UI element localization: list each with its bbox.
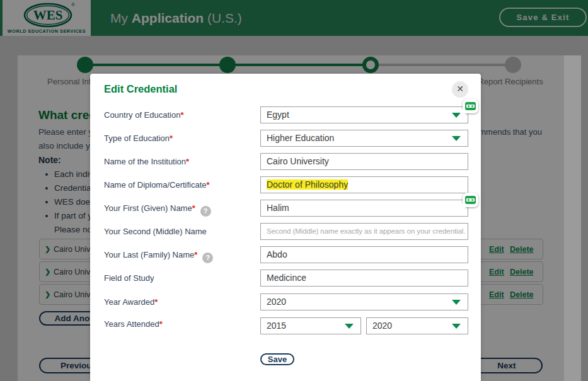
label-first-name: Your First (Given) Name*? bbox=[104, 203, 211, 217]
roboform-face bbox=[465, 102, 476, 110]
year-awarded-select[interactable]: 2020 bbox=[260, 293, 468, 310]
label-field-of-study: Field of Study bbox=[104, 273, 154, 283]
edit-credential-modal: Edit Credential ✕ Country of Education* … bbox=[90, 74, 481, 381]
label-middle-name: Your Second (Middle) Name bbox=[104, 227, 207, 236]
label-years-attended: Years Attended* bbox=[104, 319, 163, 329]
middle-name-input[interactable]: Second (Middle) name exactly as it appea… bbox=[260, 223, 468, 240]
roboform-face bbox=[465, 196, 476, 204]
screen: My Application (U.S.) Save & Exit WES ® … bbox=[0, 0, 588, 381]
window-edge bbox=[581, 36, 588, 381]
first-name-input[interactable]: Halim bbox=[260, 200, 468, 217]
close-icon[interactable]: ✕ bbox=[452, 81, 468, 98]
country-select[interactable]: Egypt bbox=[260, 106, 468, 123]
label-institution: Name of the Institution* bbox=[104, 157, 189, 166]
diploma-input[interactable]: Doctor of Philosophy bbox=[260, 176, 468, 193]
chevron-down-icon bbox=[452, 300, 461, 305]
roboform-autofill-icon[interactable] bbox=[463, 193, 478, 207]
label-diploma: Name of Diploma/Certificate* bbox=[104, 180, 210, 190]
help-icon[interactable]: ? bbox=[202, 253, 213, 263]
help-icon[interactable]: ? bbox=[200, 206, 211, 217]
roboform-autofill-icon[interactable] bbox=[463, 99, 478, 113]
label-last-name: Your Last (Family) Name*? bbox=[104, 250, 213, 263]
last-name-input[interactable]: Abdo bbox=[260, 246, 468, 263]
years-from-select[interactable]: 2015 bbox=[260, 317, 361, 334]
chevron-down-icon bbox=[345, 324, 354, 329]
label-type: Type of Education* bbox=[104, 134, 173, 143]
chevron-down-icon bbox=[452, 324, 461, 329]
scrollbar-track[interactable] bbox=[564, 55, 581, 381]
chevron-down-icon bbox=[452, 136, 461, 141]
institution-input[interactable]: Cairo University bbox=[260, 153, 468, 170]
chevron-down-icon bbox=[452, 113, 461, 118]
modal-title: Edit Credential bbox=[104, 83, 177, 95]
save-button[interactable]: Save bbox=[260, 353, 294, 365]
field-of-study-input[interactable]: Medicince bbox=[260, 270, 468, 287]
label-country: Country of Education* bbox=[104, 110, 183, 120]
label-year-awarded: Year Awarded* bbox=[104, 297, 158, 307]
years-to-select[interactable]: 2020 bbox=[366, 317, 468, 334]
type-select[interactable]: Higher Education bbox=[260, 130, 468, 147]
